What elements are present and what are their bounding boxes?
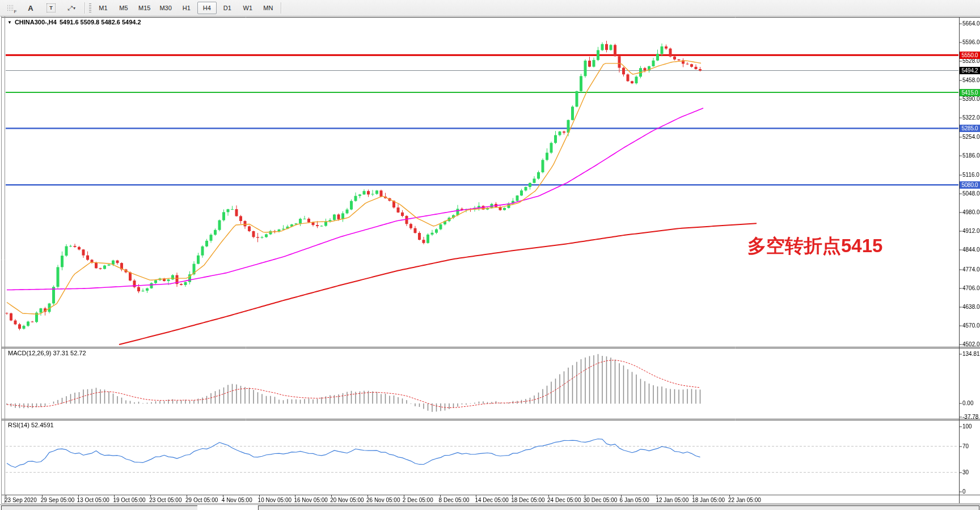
symbol-dropdown-icon[interactable]: ▼ [7, 20, 12, 25]
macd-tick-label: 0.00 [962, 400, 973, 406]
date-tick-label: 8 Dec 05:00 [439, 497, 470, 503]
timeframe-button-w1[interactable]: W1 [238, 2, 257, 14]
timeframe-button-h4[interactable]: H4 [197, 2, 217, 14]
rsi-tick-label: 0 [962, 488, 966, 495]
timeframe-button-m5[interactable]: M5 [114, 2, 133, 14]
timeframe-button-m1[interactable]: M1 [94, 2, 113, 14]
date-tick-label: 2 Dec 05:00 [403, 497, 433, 503]
price-badge: 5285.0 [960, 125, 980, 132]
date-tick-label: 20 Nov 05:00 [330, 497, 364, 503]
date-tick-label: 16 Nov 05:00 [294, 497, 328, 503]
rsi-tick-label: 30 [962, 469, 969, 475]
scrollbar-thumb[interactable] [197, 505, 257, 510]
date-tick-label: 30 Dec 05:00 [584, 497, 618, 503]
timeframe-button-m15[interactable]: M15 [134, 2, 154, 14]
arrows-tool-icon[interactable]: ⤢ ▾ [61, 1, 82, 15]
date-tick-label: 4 Nov 05:00 [222, 497, 252, 503]
arrows-icon: ⤢ [67, 5, 73, 12]
price-tick-label: 5116.0 [962, 172, 979, 178]
date-tick-label: 18 Jan 05:00 [692, 497, 725, 503]
price-tick-label: 4706.0 [962, 285, 980, 291]
date-tick-label: 29 Oct 05:00 [185, 497, 218, 503]
timeframe-button-m30[interactable]: M30 [155, 2, 175, 14]
date-tick-label: 22 Jan 05:00 [728, 497, 761, 503]
scrollbar-segment-left[interactable] [1, 505, 198, 510]
rsi-tick-label: 70 [962, 443, 969, 449]
price-badge: 5550.0 [960, 52, 980, 59]
date-tick-label: 6 Jan 05:00 [620, 497, 649, 503]
price-badge: 5080.0 [960, 181, 980, 189]
ohlc-values: 5491.6 5509.8 5482.6 5494.2 [60, 19, 141, 26]
price-tick-label: 5048.0 [962, 190, 980, 197]
date-tick-label: 29 Sep 05:00 [41, 497, 75, 503]
date-tick-label: 24 Dec 05:00 [547, 497, 581, 503]
price-tick-label: 5254.0 [962, 134, 980, 140]
price-badge: 5494.2 [960, 67, 980, 74]
price-tick-label: 5322.0 [962, 114, 980, 121]
date-tick-label: 26 Nov 05:00 [366, 497, 400, 503]
toolbar-separator [85, 2, 86, 14]
rsi-indicator-label: RSI(14) 52.4591 [8, 422, 54, 428]
toolbar-grip [89, 3, 91, 12]
price-tick-label: 5458.0 [962, 77, 980, 83]
price-tick-label: 4570.0 [962, 322, 980, 329]
timeframe-toolbar: M1M5M15M30H1H4D1W1MN [94, 2, 278, 14]
date-tick-label: 18 Dec 05:00 [511, 497, 545, 503]
date-tick-label: 23 Sep 2020 [5, 497, 37, 503]
price-tick-label: 5390.0 [962, 96, 980, 102]
price-tick-label: 4638.0 [962, 304, 980, 310]
mt4-window: F A T ⤢ ▾ M1M5M15M30H1H4D1W1MN ▼ CHINA30… [0, 0, 980, 510]
price-tick-label: 5664.0 [962, 20, 980, 27]
price-tick-label: 4980.0 [962, 209, 980, 215]
toolbar: F A T ⤢ ▾ M1M5M15M30H1H4D1W1MN [0, 0, 980, 16]
date-tick-label: 19 Oct 05:00 [113, 497, 145, 503]
text-label-icon[interactable]: T [41, 1, 61, 15]
cursor-a-icon[interactable]: A [20, 1, 41, 15]
price-badge: 5415.0 [960, 89, 980, 96]
price-tick-label: 4844.0 [962, 246, 980, 253]
date-tick-label: 23 Oct 05:00 [149, 497, 181, 503]
macd-tick-label: -37.78 [962, 414, 978, 420]
grid-f-icon[interactable]: F [0, 1, 20, 15]
date-tick-label: 13 Oct 05:00 [77, 497, 109, 503]
chart-text-annotation[interactable]: 多空转折点5415 [747, 233, 882, 259]
price-tick-label: 4774.0 [962, 266, 980, 273]
timeframe-button-d1[interactable]: D1 [218, 2, 237, 14]
timeframe-button-h1[interactable]: H1 [177, 2, 196, 14]
chart-title: ▼ CHINA300-,H4 5491.6 5509.8 5482.6 5494… [7, 19, 141, 26]
dropdown-caret-icon: ▾ [73, 6, 75, 11]
macd-tick-label: 134.81 [962, 351, 980, 357]
price-tick-label: 5186.0 [962, 152, 980, 159]
horizontal-scrollbar[interactable] [0, 504, 980, 510]
price-tick-label: 5596.0 [962, 39, 980, 45]
date-tick-label: 14 Dec 05:00 [475, 497, 509, 503]
macd-indicator-label: MACD(12,26,9) 37.31 52.72 [8, 350, 86, 356]
symbol-period-label: CHINA300-,H4 [15, 19, 57, 26]
date-tick-label: 10 Nov 05:00 [258, 497, 292, 503]
rsi-tick-label: 100 [962, 423, 972, 430]
timeframe-button-mn[interactable]: MN [259, 2, 278, 14]
date-tick-label: 12 Jan 05:00 [656, 497, 688, 503]
price-tick-label: 4502.0 [962, 341, 980, 347]
scrollbar-segment-right[interactable] [258, 505, 979, 510]
toolbar-separator [281, 2, 282, 14]
price-tick-label: 4912.0 [962, 228, 980, 234]
